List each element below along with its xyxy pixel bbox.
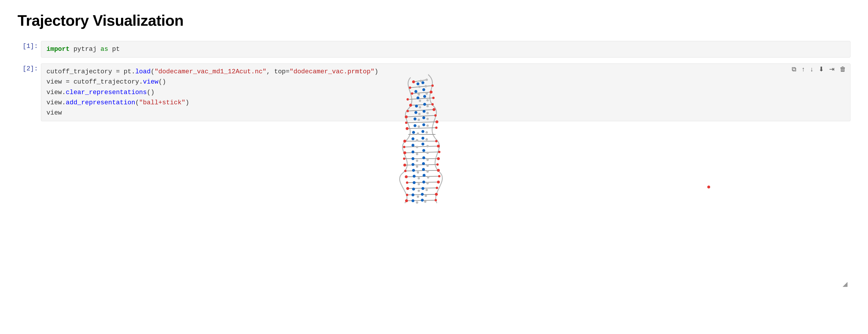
svg-point-133 <box>426 189 428 191</box>
svg-point-125 <box>426 164 429 167</box>
page-title: Trajectory Visualization <box>18 12 850 29</box>
svg-point-97 <box>421 199 424 202</box>
svg-point-134 <box>417 195 419 198</box>
dna-visualization <box>376 69 469 209</box>
svg-point-45 <box>437 157 440 160</box>
svg-point-31 <box>433 108 435 111</box>
copy-icon[interactable]: ⧉ <box>792 66 797 72</box>
svg-point-116 <box>416 139 418 142</box>
svg-point-79 <box>422 143 424 146</box>
svg-point-72 <box>413 124 416 127</box>
svg-point-98 <box>420 80 422 82</box>
cell-1-number: [1]: <box>18 41 41 50</box>
svg-point-129 <box>427 176 429 179</box>
cell-1-code: import pytraj as pt <box>46 44 845 54</box>
svg-point-33 <box>434 114 437 117</box>
delete-icon[interactable]: 🗑 <box>840 66 846 72</box>
svg-point-52 <box>406 181 408 184</box>
svg-point-51 <box>438 175 440 177</box>
svg-point-80 <box>411 151 414 153</box>
svg-point-41 <box>437 145 440 148</box>
svg-point-70 <box>413 118 416 120</box>
svg-point-61 <box>422 81 424 84</box>
svg-point-110 <box>417 119 420 121</box>
svg-point-100 <box>418 86 421 88</box>
svg-point-76 <box>411 137 414 140</box>
svg-point-22 <box>409 87 411 89</box>
svg-point-32 <box>405 115 408 118</box>
svg-point-78 <box>411 144 414 147</box>
svg-point-127 <box>426 170 429 173</box>
svg-point-132 <box>417 190 420 192</box>
svg-point-43 <box>438 151 440 153</box>
svg-point-39 <box>435 140 437 142</box>
svg-point-54 <box>406 187 409 190</box>
cell-1-content[interactable]: import pytraj as pt <box>41 41 850 58</box>
svg-point-29 <box>431 103 434 105</box>
svg-point-46 <box>403 164 406 166</box>
svg-point-108 <box>418 113 421 115</box>
svg-point-118 <box>416 146 418 148</box>
svg-point-56 <box>406 194 408 196</box>
cell-2-number: [2]: <box>18 63 41 72</box>
svg-point-75 <box>422 130 424 133</box>
svg-point-82 <box>411 157 414 160</box>
svg-line-15 <box>405 170 438 171</box>
svg-point-83 <box>422 156 425 159</box>
svg-point-64 <box>416 96 420 99</box>
svg-point-68 <box>414 111 417 114</box>
svg-point-136 <box>416 201 418 204</box>
svg-point-93 <box>422 187 424 190</box>
svg-point-62 <box>414 90 417 93</box>
svg-line-11 <box>404 146 438 147</box>
visualization-area: ◢ <box>18 127 850 291</box>
move-down-icon[interactable]: ↓ <box>810 66 813 72</box>
svg-point-38 <box>403 140 406 143</box>
svg-point-63 <box>422 88 425 91</box>
svg-point-135 <box>425 194 427 197</box>
svg-point-23 <box>431 85 434 87</box>
svg-point-49 <box>437 169 440 172</box>
svg-line-16 <box>406 176 439 177</box>
svg-point-26 <box>406 98 409 100</box>
svg-point-91 <box>422 181 425 183</box>
cell-1-container: [1]: import pytraj as pt <box>18 41 850 58</box>
svg-line-12 <box>405 152 439 153</box>
svg-point-21 <box>412 80 415 83</box>
download-icon[interactable]: ⬇ <box>818 66 824 72</box>
svg-point-86 <box>412 169 415 172</box>
svg-point-34 <box>405 122 407 124</box>
svg-point-124 <box>416 165 418 168</box>
svg-line-1 <box>410 86 433 88</box>
svg-point-107 <box>426 105 429 107</box>
svg-point-90 <box>413 181 415 184</box>
svg-point-84 <box>411 163 414 166</box>
resize-handle[interactable]: ◢ <box>843 280 847 288</box>
svg-point-30 <box>406 110 409 112</box>
svg-point-130 <box>417 183 420 185</box>
svg-point-66 <box>415 104 418 108</box>
svg-point-40 <box>403 146 405 148</box>
svg-point-36 <box>406 127 409 130</box>
svg-line-7 <box>406 122 437 123</box>
svg-point-25 <box>430 91 433 93</box>
svg-point-117 <box>426 138 428 141</box>
svg-point-69 <box>423 110 426 113</box>
svg-point-53 <box>437 181 440 183</box>
svg-point-74 <box>412 131 415 134</box>
svg-point-95 <box>421 193 424 196</box>
svg-point-109 <box>426 112 429 114</box>
svg-point-24 <box>411 92 413 95</box>
svg-point-102 <box>417 93 420 96</box>
svg-point-55 <box>436 187 438 189</box>
format-icon[interactable]: ⇥ <box>829 66 834 72</box>
svg-point-99 <box>426 79 428 81</box>
svg-point-65 <box>423 95 426 98</box>
svg-point-106 <box>419 106 421 109</box>
svg-point-27 <box>432 97 435 99</box>
svg-point-115 <box>426 131 428 133</box>
svg-point-101 <box>425 85 427 87</box>
move-up-icon[interactable]: ↑ <box>802 66 805 72</box>
svg-point-123 <box>426 159 429 161</box>
svg-point-104 <box>419 100 421 102</box>
